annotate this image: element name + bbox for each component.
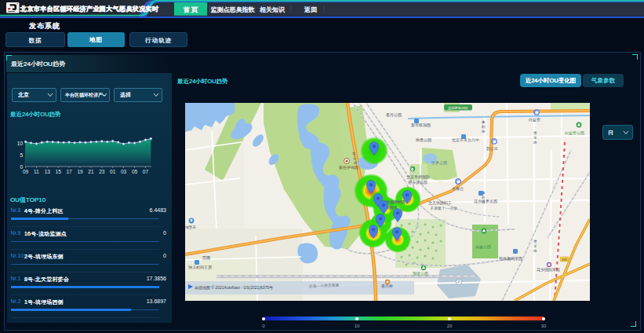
svg-text:11: 11 (34, 169, 39, 174)
svg-text:燕保康闲家园: 燕保康闲家园 (499, 256, 522, 262)
svg-text:0: 0 (20, 164, 23, 170)
svg-text:高德地图 © 2021AutoNavi - GS(2021): 高德地图 © 2021AutoNavi - GS(2021)6375号 (195, 285, 273, 291)
svg-text:世界公园: 世界公园 (431, 160, 447, 166)
svg-text:域堡养: 域堡养 (185, 225, 196, 229)
svg-text:樊: 樊 (533, 240, 537, 243)
svg-text:S36: S36 (562, 258, 568, 262)
svg-text:返回: 返回 (304, 6, 317, 13)
svg-text:白盆窑公园: 白盆窑公园 (565, 130, 584, 136)
svg-text:路: 路 (482, 130, 486, 134)
svg-text:监测点恶臭指数: 监测点恶臭指数 (211, 6, 255, 13)
svg-text:路: 路 (482, 200, 486, 204)
svg-text:17: 17 (66, 169, 72, 174)
svg-text:相关知识: 相关知识 (260, 6, 285, 13)
svg-text:紫谷伊甸园: 紫谷伊甸园 (339, 165, 358, 170)
svg-text:路: 路 (533, 249, 537, 253)
svg-text:利: 利 (482, 125, 486, 129)
svg-text:看丹公园: 看丹公园 (386, 112, 402, 118)
svg-text:环: 环 (353, 160, 358, 165)
svg-text:13: 13 (45, 169, 51, 174)
svg-text:花乡国际家居: 花乡国际家居 (537, 267, 560, 273)
svg-text:白盆窑: 白盆窑 (529, 117, 540, 123)
svg-text:05: 05 (132, 169, 138, 174)
svg-text:23: 23 (99, 169, 105, 174)
svg-text:云: 云 (353, 156, 357, 160)
svg-text:北京华侨国际: 北京华侨国际 (406, 174, 430, 180)
svg-text:北京铁路职工: 北京铁路职工 (428, 200, 452, 206)
svg-text:高鑫公园: 高鑫公园 (475, 244, 491, 250)
svg-text:科: 科 (482, 196, 486, 199)
svg-text:03: 03 (121, 169, 127, 174)
svg-text:侨乡俱乐部: 侨乡俱乐部 (408, 180, 428, 185)
svg-text:新华双加园: 新华双加园 (411, 123, 431, 128)
svg-text:5: 5 (20, 152, 23, 158)
svg-text:樊: 樊 (533, 131, 537, 135)
svg-text:羊: 羊 (533, 244, 537, 248)
svg-text:01: 01 (110, 169, 116, 174)
svg-text:羊: 羊 (533, 136, 537, 140)
svg-text:09: 09 (23, 169, 29, 174)
svg-text:21: 21 (88, 169, 94, 174)
svg-text:10: 10 (17, 141, 24, 146)
svg-text:预堤公园: 预堤公园 (413, 271, 428, 276)
svg-text:P: P (457, 280, 460, 284)
svg-text:独义村回王房: 独义村回王房 (188, 265, 212, 270)
svg-text:总部基地18区: 总部基地18区 (447, 106, 468, 110)
svg-text:苗圃: 苗圃 (202, 255, 210, 261)
svg-text:郭公庄: 郭公庄 (486, 146, 498, 152)
svg-text:御景公园: 御景公园 (416, 137, 431, 143)
svg-text:07: 07 (143, 169, 149, 174)
svg-text:15: 15 (56, 169, 62, 174)
svg-text:丰: 丰 (482, 120, 486, 124)
svg-text:19: 19 (77, 169, 83, 174)
svg-text:大葆台: 大葆台 (452, 186, 464, 191)
svg-text:青: 青 (352, 152, 356, 156)
svg-text:路: 路 (533, 141, 537, 145)
svg-text:子弟第十一小学: 子弟第十一小学 (430, 206, 457, 211)
svg-text:花乡世界名园: 花乡世界名园 (474, 199, 497, 204)
svg-text:首 页: 首 页 (183, 6, 198, 13)
svg-text:北京市丰台区循环经济产业园大气恶臭状况实时: 北京市丰台区循环经济产业园大气恶臭状况实时 (20, 5, 158, 13)
